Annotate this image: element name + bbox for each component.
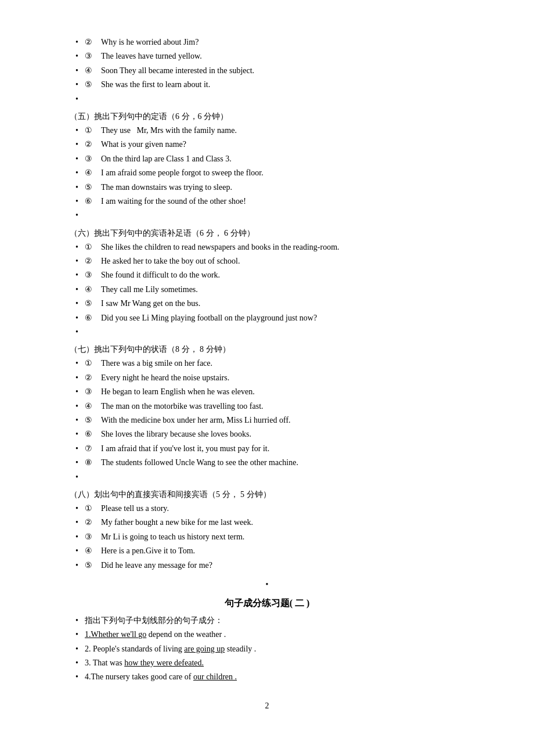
item-text: The man downstairs was trying to sleep. xyxy=(101,181,464,194)
bullet: • xyxy=(75,283,81,296)
item-num: ① xyxy=(85,124,98,137)
item-num: ⑤ xyxy=(85,78,98,91)
item-text: He began to learn English when he was el… xyxy=(101,386,464,398)
list-item: • ④ They call me Lily sometimes. xyxy=(70,283,464,296)
item-text xyxy=(85,471,464,477)
item-text: I am afraid some people forgot to sweep … xyxy=(101,167,464,179)
item-num: ④ xyxy=(85,545,98,557)
item-num: ⑤ xyxy=(85,181,98,194)
empty-item: • xyxy=(70,93,464,106)
item-text: Please tell us a story. xyxy=(101,502,464,515)
bullet: • xyxy=(75,326,81,339)
item-text: 3. That was how they were defeated. xyxy=(85,657,464,669)
empty-item: • xyxy=(70,471,464,484)
list-item: • ③ Mr Li is going to teach us history n… xyxy=(70,531,464,543)
section-5-list: • ① They use Mr, Mrs with the family nam… xyxy=(70,124,464,222)
item-num: ⑤ xyxy=(85,297,98,310)
item-text: Mr Li is going to teach us history next … xyxy=(101,531,464,543)
bullet: • xyxy=(75,64,81,77)
bullet: • xyxy=(75,269,81,282)
item-text: She was the first to learn about it. xyxy=(101,78,464,91)
list-item: • ④ Here is a pen.Give it to Tom. xyxy=(70,545,464,557)
list-item: • ⑥ She loves the library because she lo… xyxy=(70,428,464,441)
item-num: ③ xyxy=(85,269,98,282)
list-item: • ⑤ Did he leave any message for me? xyxy=(70,559,464,572)
bullet: • xyxy=(75,671,81,683)
bullet: • xyxy=(75,124,81,137)
bullet: • xyxy=(75,442,81,455)
bullet: • xyxy=(75,138,81,151)
item-num: ③ xyxy=(85,386,98,398)
section-8-list: • ① Please tell us a story. • ② My fathe… xyxy=(70,502,464,572)
list-item: • ② My father bought a new bike for me l… xyxy=(70,516,464,529)
bullet: • xyxy=(75,195,81,208)
item-text: The man on the motorbike was travelling … xyxy=(101,400,464,413)
list-item: • ① There was a big smile on her face. xyxy=(70,357,464,370)
item-num: ④ xyxy=(85,400,98,413)
center-bullet-line: • xyxy=(70,580,464,589)
item-text: 4.The nursery takes good care of our chi… xyxy=(85,671,464,683)
item-num: ⑧ xyxy=(85,456,98,469)
item-num: ③ xyxy=(85,531,98,543)
bullet: • xyxy=(75,357,81,370)
list-item: • 指出下列句子中划线部分的句子成分： xyxy=(70,614,464,627)
list-item: • ⑥ I am waiting for the sound of the ot… xyxy=(70,195,464,208)
list-item: • ② Every night he heard the noise upsta… xyxy=(70,372,464,384)
list-item: • ⑤ With the medicine box under her arm,… xyxy=(70,414,464,427)
bullet: • xyxy=(75,312,81,325)
bullet: • xyxy=(75,471,81,484)
item-text: I am waiting for the sound of the other … xyxy=(101,195,464,208)
bullet: • xyxy=(75,255,81,268)
item-text: The leaves have turned yellow. xyxy=(101,50,464,63)
list-item: • ⑧ The students followed Uncle Wang to … xyxy=(70,456,464,469)
list-item: • 2. People's standards of living are go… xyxy=(70,643,464,656)
list-item: • ② What is your given name? xyxy=(70,138,464,151)
page-number: 2 xyxy=(70,701,464,711)
list-item: • ① She likes the children to read newsp… xyxy=(70,241,464,254)
list-item: • 1.Whether we'll go depend on the weath… xyxy=(70,628,464,641)
list-item: • ④ The man on the motorbike was travell… xyxy=(70,400,464,413)
bullet: • xyxy=(75,614,81,627)
item-text: The students followed Uncle Wang to see … xyxy=(101,456,464,469)
item-text: 2. People's standards of living are goin… xyxy=(85,643,464,656)
item-text: There was a big smile on her face. xyxy=(101,357,464,370)
bullet: • xyxy=(75,456,81,469)
bullet: • xyxy=(75,78,81,91)
item-num: ① xyxy=(85,241,98,254)
bullet: • xyxy=(75,181,81,194)
list-item: • ② He asked her to take the boy out of … xyxy=(70,255,464,268)
item-num: ④ xyxy=(85,167,98,179)
bullet: • xyxy=(75,372,81,384)
section-7-list: • ① There was a big smile on her face. •… xyxy=(70,357,464,484)
bullet: • xyxy=(75,657,81,669)
list-item: • ③ She found it difficult to do the wor… xyxy=(70,269,464,282)
bullet: • xyxy=(75,36,81,49)
list-item: • ⑦ I am afraid that if you've lost it, … xyxy=(70,442,464,455)
list-item: • ② Why is he worried about Jim? xyxy=(70,36,464,49)
section-6-list: • ① She likes the children to read newsp… xyxy=(70,241,464,339)
section-5-header: （五）挑出下列句中的定语（6 分，6 分钟） xyxy=(70,111,464,122)
section-8-header: （八）划出句中的直接宾语和间接宾语（5 分， 5 分钟） xyxy=(70,489,464,500)
item-text: They use Mr, Mrs with the family name. xyxy=(101,124,464,137)
item-num: ⑤ xyxy=(85,414,98,427)
section-2-title: 句子成分练习题( 二 ) xyxy=(70,597,464,610)
bullet: • xyxy=(75,386,81,398)
item-text: Did you see Li Ming playing football on … xyxy=(101,312,464,325)
bullet: • xyxy=(75,502,81,515)
item-text: Here is a pen.Give it to Tom. xyxy=(101,545,464,557)
bullet: • xyxy=(75,241,81,254)
item-num: ② xyxy=(85,138,98,151)
item-num: ③ xyxy=(85,153,98,165)
item-text xyxy=(85,93,464,99)
item-text: Why is he worried about Jim? xyxy=(101,36,464,49)
item-num: ⑤ xyxy=(85,559,98,572)
top-list: • ② Why is he worried about Jim? • ③ The… xyxy=(70,36,464,106)
list-item: • ⑤ The man downstairs was trying to sle… xyxy=(70,181,464,194)
item-num: ④ xyxy=(85,283,98,296)
bullet: • xyxy=(75,428,81,441)
intro-text: 指出下列句子中划线部分的句子成分： xyxy=(85,614,464,627)
item-text: I am afraid that if you've lost it, you … xyxy=(101,442,464,455)
list-item: • ⑥ Did you see Li Ming playing football… xyxy=(70,312,464,325)
bullet: • xyxy=(75,50,81,63)
item-text: She found it difficult to do the work. xyxy=(101,269,464,282)
